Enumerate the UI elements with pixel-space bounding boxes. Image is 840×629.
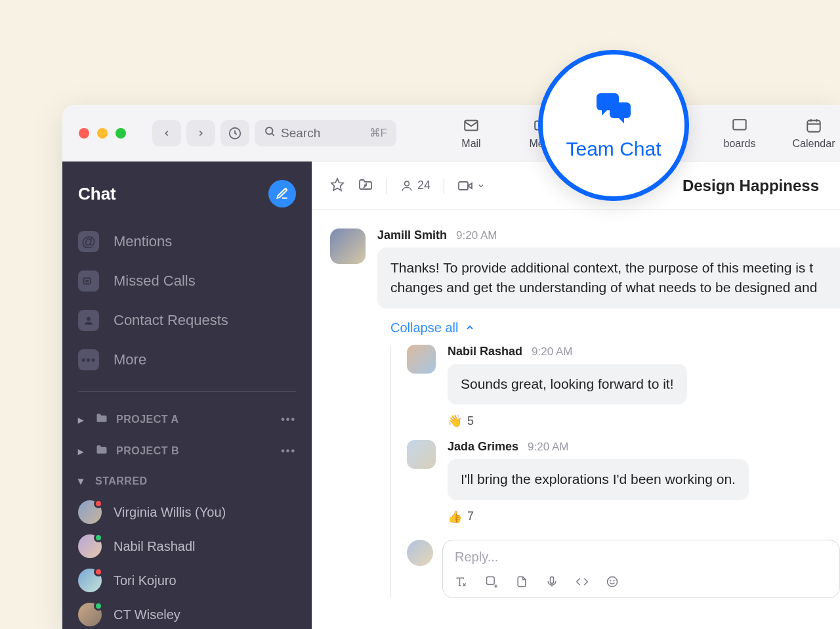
sidebar-divider xyxy=(78,391,296,392)
sidebar-item-label: Mentions xyxy=(114,233,172,250)
compose-button[interactable] xyxy=(268,180,296,207)
sidebar-section-starred[interactable]: ▾ STARRED xyxy=(62,467,312,495)
titlebar: Search ⌘F Mail Meeti boards Calendar xyxy=(62,105,840,162)
contact-icon xyxy=(78,310,99,331)
section-menu-button[interactable]: ••• xyxy=(281,414,296,425)
add-button[interactable] xyxy=(485,575,498,591)
sidebar-item-label: Missed Calls xyxy=(114,272,196,290)
chevron-down-icon: ▾ xyxy=(78,475,87,487)
sidebar-section-project-a[interactable]: ▸ PROJECT A ••• xyxy=(62,404,312,435)
reaction-count: 5 xyxy=(467,414,474,428)
search-shortcut: ⌘F xyxy=(369,126,387,140)
audio-button[interactable] xyxy=(545,575,558,591)
message-author: Nabil Rashad xyxy=(448,345,522,358)
message-bubble[interactable]: Thanks! To provide additional context, t… xyxy=(377,248,840,309)
section-label: PROJECT A xyxy=(116,414,178,425)
video-call-button[interactable] xyxy=(457,178,485,194)
message-row: Jamill Smith 9:20 AM Thanks! To provide … xyxy=(330,228,840,309)
chevron-right-icon: ▸ xyxy=(78,445,87,458)
collapse-all-button[interactable]: Collapse all xyxy=(390,320,840,336)
emoji-button[interactable] xyxy=(606,575,619,591)
star-button[interactable] xyxy=(330,177,345,194)
avatar xyxy=(407,440,436,469)
svg-rect-6 xyxy=(733,119,746,129)
presence-available-icon xyxy=(94,601,103,611)
sidebar: Chat @ Mentions Missed Calls Contact R xyxy=(62,162,312,629)
tab-whiteboards-label: boards xyxy=(724,138,756,150)
reaction-button[interactable]: 👍 7 xyxy=(448,510,474,524)
avatar xyxy=(407,345,436,374)
highlight-label: Team Chat xyxy=(566,138,661,160)
sidebar-item-missed-calls[interactable]: Missed Calls xyxy=(62,261,312,301)
back-button[interactable] xyxy=(152,120,181,146)
close-window-button[interactable] xyxy=(79,128,89,139)
message-row: Nabil Rashad 9:20 AM Sounds great, looki… xyxy=(407,345,840,404)
message-meta: Jamill Smith 9:20 AM xyxy=(377,228,840,242)
section-label: PROJECT B xyxy=(116,445,179,457)
tab-calendar[interactable]: Calendar xyxy=(784,117,840,150)
search-placeholder: Search xyxy=(281,126,320,141)
more-icon: ••• xyxy=(78,349,99,370)
sidebar-title: Chat xyxy=(78,184,116,204)
format-button[interactable] xyxy=(455,575,468,591)
avatar xyxy=(407,540,433,566)
tab-mail[interactable]: Mail xyxy=(442,117,501,150)
folder-icon xyxy=(95,443,108,459)
move-to-folder-button[interactable] xyxy=(358,177,373,195)
channel-name: Design Happiness xyxy=(682,177,819,195)
person-name: Virginia Willis (You) xyxy=(114,505,226,520)
participant-count[interactable]: 24 xyxy=(400,179,430,192)
attach-file-button[interactable] xyxy=(515,575,528,591)
svg-marker-28 xyxy=(602,109,608,116)
chat-scroll[interactable]: Jamill Smith 9:20 AM Thanks! To provide … xyxy=(312,210,840,629)
traffic-lights xyxy=(79,128,126,139)
sidebar-item-mentions[interactable]: @ Mentions xyxy=(62,222,312,261)
history-button[interactable] xyxy=(220,120,249,146)
svg-rect-29 xyxy=(610,102,631,118)
message-author: Jamill Smith xyxy=(377,228,447,242)
presence-available-icon xyxy=(94,533,103,542)
team-chat-highlight: Team Chat xyxy=(538,50,689,201)
message-author: Jada Grimes xyxy=(448,440,518,454)
sidebar-person[interactable]: CT Wiseley xyxy=(62,597,312,629)
reaction-button[interactable]: 👋 5 xyxy=(448,414,474,428)
message-bubble[interactable]: I'll bring the explorations I'd been wor… xyxy=(448,459,749,500)
person-name: Nabil Rashadl xyxy=(114,539,196,554)
svg-point-14 xyxy=(87,317,91,321)
search-input[interactable]: Search ⌘F xyxy=(255,120,396,146)
message-time: 9:20 AM xyxy=(528,441,568,454)
svg-point-25 xyxy=(610,580,611,581)
sidebar-item-contact-requests[interactable]: Contact Requests xyxy=(62,301,312,340)
svg-rect-20 xyxy=(487,576,495,584)
search-icon xyxy=(264,125,276,141)
svg-point-24 xyxy=(608,576,618,586)
avatar xyxy=(78,569,102,592)
sidebar-section-project-b[interactable]: ▸ PROJECT B ••• xyxy=(62,435,312,467)
svg-line-2 xyxy=(272,133,274,135)
sidebar-person[interactable]: Nabil Rashadl xyxy=(62,529,312,563)
tab-calendar-label: Calendar xyxy=(793,138,835,150)
code-button[interactable] xyxy=(576,575,589,591)
sidebar-header: Chat xyxy=(62,180,312,222)
maximize-window-button[interactable] xyxy=(116,128,126,139)
svg-marker-30 xyxy=(618,117,624,123)
svg-marker-19 xyxy=(468,183,472,188)
missed-call-icon xyxy=(78,271,99,292)
section-menu-button[interactable]: ••• xyxy=(281,445,296,457)
forward-button[interactable] xyxy=(186,120,215,146)
avatar xyxy=(78,534,102,558)
minimize-window-button[interactable] xyxy=(97,128,108,139)
sidebar-item-more[interactable]: ••• More xyxy=(62,340,312,380)
avatar xyxy=(78,500,102,524)
message-bubble[interactable]: Sounds great, looking forward to it! xyxy=(448,364,687,404)
folder-icon xyxy=(95,412,108,427)
sidebar-person[interactable]: Tori Kojuro xyxy=(62,563,312,597)
chevron-right-icon: ▸ xyxy=(78,414,87,426)
chat-main: 24 Design Happiness Jamill Smith 9:20 xyxy=(312,162,840,629)
sidebar-person[interactable]: Virginia Willis (You) xyxy=(62,495,312,529)
message-row: Jada Grimes 9:20 AM I'll bring the explo… xyxy=(407,440,840,500)
message-meta: Jada Grimes 9:20 AM xyxy=(448,440,749,454)
person-name: Tori Kojuro xyxy=(114,573,177,588)
tab-whiteboards[interactable]: boards xyxy=(720,117,759,150)
reply-input[interactable]: Reply... xyxy=(442,540,840,598)
